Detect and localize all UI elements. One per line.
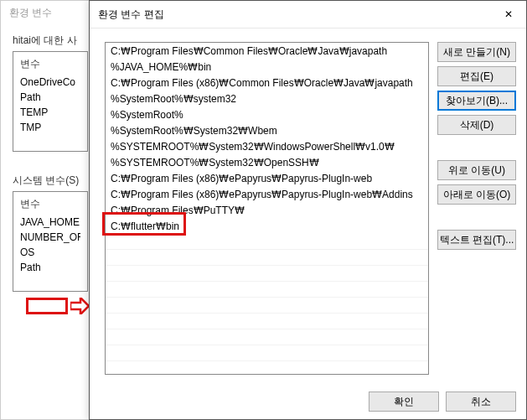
- dialog-title: 환경 변수 편집: [98, 8, 164, 22]
- path-entry-row[interactable]: %SYSTEMROOT%₩System32₩OpenSSH₩: [106, 154, 428, 170]
- path-entries-listbox[interactable]: C:₩Program Files₩Common Files₩Oracle₩Jav…: [105, 42, 429, 375]
- user-vars-listbox[interactable]: 변수 OneDriveCoPathTEMPTMP: [13, 51, 88, 152]
- path-entry-row[interactable]: %SYSTEMROOT%₩System32₩WindowsPowerShell₩…: [106, 138, 428, 154]
- path-entry-row[interactable]: %JAVA_HOME%₩bin: [106, 59, 428, 75]
- edit-env-var-dialog: 환경 변수 편집 ✕ C:₩Program Files₩Common Files…: [89, 0, 527, 420]
- empty-row: [106, 298, 428, 314]
- user-var-item[interactable]: TEMP: [20, 106, 80, 118]
- cancel-button[interactable]: 취소: [446, 391, 516, 412]
- user-vars-section-label: hitai에 대한 사: [13, 34, 88, 48]
- dialog-footer: 확인 취소: [105, 383, 516, 412]
- user-var-item[interactable]: TMP: [20, 122, 80, 133]
- system-var-item[interactable]: JAVA_HOME: [20, 216, 80, 228]
- empty-row: [106, 234, 428, 250]
- path-entry-row[interactable]: %SystemRoot%: [106, 106, 428, 122]
- user-var-item[interactable]: OneDriveCo: [20, 76, 80, 88]
- system-var-item[interactable]: NUMBER_OF: [20, 231, 80, 243]
- path-entry-row[interactable]: C:₩Program Files (x86)₩Common Files₩Orac…: [106, 75, 428, 91]
- delete-button[interactable]: 삭제(D): [437, 115, 516, 135]
- empty-row: [106, 250, 428, 266]
- path-entry-row[interactable]: C:₩Program Files (x86)₩ePapyrus₩Papyrus-…: [106, 170, 428, 186]
- back-window-title: 환경 변수: [1, 1, 100, 25]
- empty-row: [106, 329, 428, 345]
- close-button[interactable]: ✕: [491, 6, 526, 23]
- column-header-variable: 변수: [20, 197, 80, 211]
- system-var-item[interactable]: OS: [20, 246, 80, 258]
- new-button[interactable]: 새로 만들기(N): [437, 42, 516, 62]
- path-entry-row[interactable]: C:₩Program Files (x86)₩ePapyrus₩Papyrus-…: [106, 186, 428, 202]
- ok-button[interactable]: 확인: [369, 391, 439, 412]
- edit-button[interactable]: 편집(E): [437, 66, 516, 86]
- system-vars-section-label: 시스템 변수(S): [13, 174, 88, 188]
- move-down-button[interactable]: 아래로 이동(O): [437, 184, 516, 205]
- path-entry-row[interactable]: C:₩Program Files₩Common Files₩Oracle₩Jav…: [106, 43, 428, 59]
- user-var-item[interactable]: Path: [20, 91, 80, 103]
- move-up-button[interactable]: 위로 이동(U): [437, 160, 516, 180]
- empty-row: [106, 314, 428, 329]
- button-column: 새로 만들기(N) 편집(E) 찾아보기(B)... 삭제(D) 위로 이동(U…: [437, 42, 516, 375]
- close-icon: ✕: [504, 8, 513, 20]
- empty-row: [106, 361, 428, 375]
- path-entry-row[interactable]: %SystemRoot%₩System32₩Wbem: [106, 122, 428, 138]
- system-vars-listbox[interactable]: 변수 JAVA_HOMENUMBER_OFOSPath: [13, 191, 88, 292]
- path-entry-row[interactable]: %SystemRoot%₩system32: [106, 91, 428, 106]
- empty-row: [106, 282, 428, 298]
- system-var-item[interactable]: Path: [20, 262, 80, 273]
- column-header-variable: 변수: [20, 57, 80, 71]
- empty-row: [106, 266, 428, 282]
- empty-row: [106, 345, 428, 361]
- edit-text-button[interactable]: 텍스트 편집(T)...: [437, 230, 516, 250]
- dialog-titlebar: 환경 변수 편집 ✕: [90, 1, 526, 29]
- browse-button[interactable]: 찾아보기(B)...: [437, 91, 516, 111]
- path-entry-row[interactable]: C:₩flutter₩bin: [106, 218, 428, 234]
- env-vars-background-window: 환경 변수 hitai에 대한 사 변수 OneDriveCoPathTEMPT…: [0, 0, 101, 420]
- path-entry-row[interactable]: C:₩Program Files₩PuTTY₩: [106, 202, 428, 218]
